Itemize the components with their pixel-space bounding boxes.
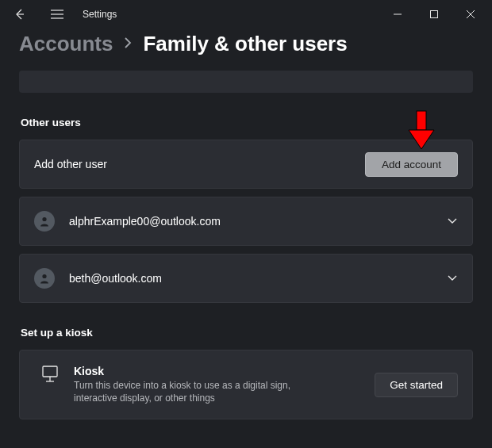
person-icon bbox=[39, 273, 50, 284]
kiosk-title: Kiosk bbox=[74, 365, 375, 377]
close-icon bbox=[467, 10, 475, 18]
add-other-user-card: Add other user Add account bbox=[19, 140, 473, 189]
kiosk-icon bbox=[34, 365, 66, 384]
titlebar: Settings bbox=[0, 0, 492, 29]
arrow-left-icon bbox=[13, 9, 25, 20]
user-row[interactable]: beth@outlook.com bbox=[19, 254, 473, 303]
avatar bbox=[34, 211, 55, 232]
maximize-button[interactable] bbox=[416, 2, 452, 27]
content: Accounts Family & other users Other user… bbox=[0, 29, 492, 419]
svg-point-9 bbox=[42, 274, 46, 278]
breadcrumb: Accounts Family & other users bbox=[19, 32, 473, 56]
section-title-kiosk: Set up a kiosk bbox=[21, 327, 473, 339]
avatar bbox=[34, 268, 55, 289]
back-button[interactable] bbox=[6, 2, 32, 27]
kiosk-description: Turn this device into a kiosk to use as … bbox=[74, 379, 336, 404]
person-icon bbox=[39, 216, 50, 227]
minimize-icon bbox=[394, 10, 402, 18]
user-email: beth@outlook.com bbox=[69, 272, 437, 285]
maximize-icon bbox=[430, 10, 438, 18]
collapsed-section-card[interactable] bbox=[19, 71, 473, 93]
svg-point-8 bbox=[42, 217, 46, 221]
chevron-down-icon[interactable] bbox=[447, 271, 458, 285]
chevron-right-icon bbox=[124, 37, 132, 52]
breadcrumb-parent[interactable]: Accounts bbox=[19, 32, 113, 56]
kiosk-card: Kiosk Turn this device into a kiosk to u… bbox=[19, 350, 473, 419]
app-title: Settings bbox=[83, 9, 117, 20]
minimize-button[interactable] bbox=[379, 2, 416, 27]
add-other-user-label: Add other user bbox=[34, 158, 365, 170]
menu-button[interactable] bbox=[44, 2, 70, 27]
close-button[interactable] bbox=[452, 2, 489, 27]
user-email: alphrExample00@outlook.com bbox=[69, 215, 437, 228]
get-started-button[interactable]: Get started bbox=[375, 373, 458, 397]
svg-rect-5 bbox=[431, 11, 438, 18]
hamburger-icon bbox=[51, 10, 63, 19]
chevron-down-icon[interactable] bbox=[447, 214, 458, 228]
user-row[interactable]: alphrExample00@outlook.com bbox=[19, 197, 473, 246]
section-title-other-users: Other users bbox=[21, 117, 473, 128]
svg-rect-10 bbox=[43, 366, 57, 377]
add-account-button[interactable]: Add account bbox=[365, 152, 458, 177]
breadcrumb-current: Family & other users bbox=[143, 32, 347, 56]
